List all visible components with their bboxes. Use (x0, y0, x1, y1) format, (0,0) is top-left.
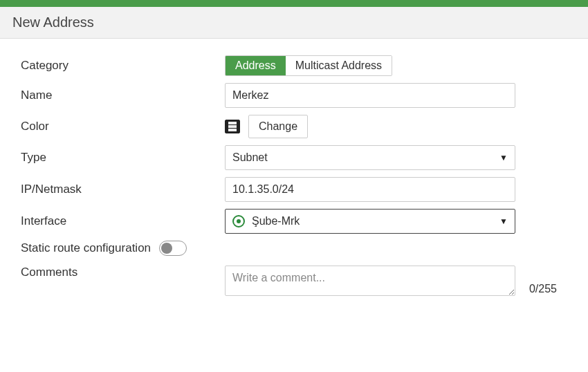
label-category: Category (21, 59, 225, 73)
category-segmented: Address Multicast Address (225, 55, 392, 76)
chevron-down-icon: ▼ (499, 216, 508, 226)
accent-bar (0, 0, 588, 7)
label-color: Color (21, 120, 225, 133)
form-area: Category Address Multicast Address Name … (0, 39, 588, 323)
title-bar: New Address (0, 7, 588, 39)
category-option-multicast[interactable]: Multicast Address (286, 56, 392, 75)
label-comments: Comments (21, 266, 225, 279)
label-static-route: Static route configuration (21, 241, 151, 255)
type-select-value: Subnet (232, 151, 268, 164)
comments-counter: 0/255 (529, 283, 557, 295)
color-swatch-icon (225, 120, 240, 133)
page-title: New Address (12, 15, 94, 30)
interface-select-value: Şube-Mrk (252, 215, 300, 227)
chevron-down-icon: ▼ (499, 153, 508, 162)
label-name: Name (21, 89, 225, 102)
tunnel-icon (232, 215, 245, 227)
row-comments: Comments 0/255 (21, 266, 571, 299)
category-option-address[interactable]: Address (226, 56, 286, 75)
row-ipnetmask: IP/Netmask (21, 177, 571, 202)
change-color-button[interactable]: Change (248, 115, 308, 138)
row-static-route: Static route configuration (21, 241, 571, 256)
row-category: Category Address Multicast Address (21, 55, 571, 76)
name-input[interactable] (225, 83, 515, 108)
row-name: Name (21, 83, 571, 108)
ipnetmask-input[interactable] (225, 177, 515, 202)
row-type: Type Subnet ▼ (21, 145, 571, 170)
row-color: Color Change (21, 115, 571, 138)
comments-textarea[interactable] (225, 266, 515, 296)
label-interface: Interface (21, 214, 225, 228)
interface-select[interactable]: Şube-Mrk ▼ (225, 209, 515, 234)
type-select[interactable]: Subnet ▼ (225, 145, 515, 170)
label-type: Type (21, 151, 225, 165)
static-route-toggle[interactable] (159, 241, 187, 256)
row-interface: Interface Şube-Mrk ▼ (21, 209, 571, 234)
label-ipnetmask: IP/Netmask (21, 183, 225, 196)
